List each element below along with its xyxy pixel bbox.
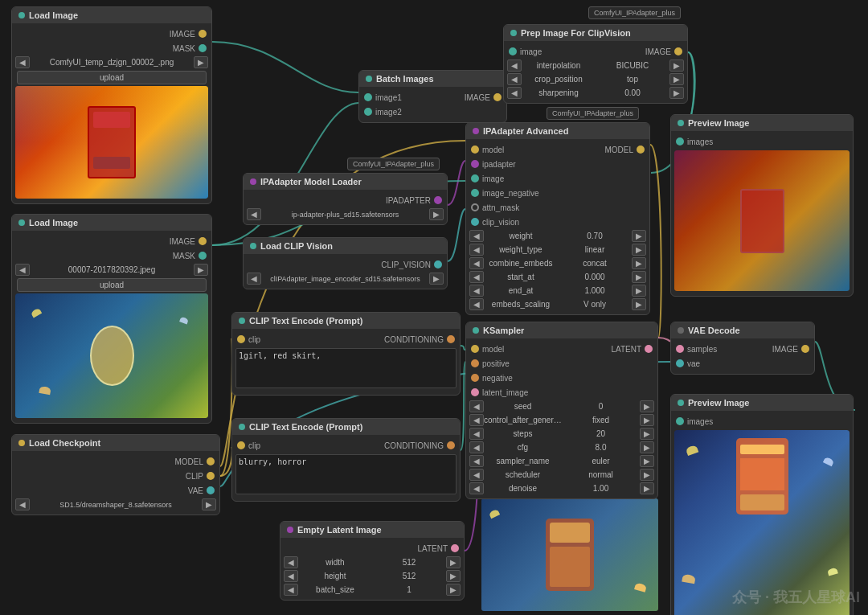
input-label-images: images (687, 417, 713, 426)
node-ksampler-header: KSampler (466, 322, 657, 338)
output-label-model: MODEL (604, 146, 633, 154)
socket-model-in (471, 345, 479, 353)
dot (366, 76, 372, 82)
next-btn[interactable]: ▶ (669, 87, 684, 99)
node-title: CLIP Text Encode (Prompt) (249, 316, 362, 326)
image-label: 00007-2017820392.jpeg (30, 265, 194, 274)
prev-btn[interactable]: ◀ (507, 73, 522, 85)
upload-btn[interactable]: upload (17, 71, 207, 84)
socket-images-in (676, 417, 684, 425)
node-preview-image-2: Preview Image images (670, 394, 854, 615)
socket-vae-out (207, 486, 215, 494)
socket-mask-out (199, 252, 207, 260)
socket-mask-out (199, 44, 207, 52)
prompt-textarea-2[interactable] (235, 454, 457, 494)
dot (678, 327, 684, 334)
socket-ipadapter-out (434, 196, 442, 204)
prev-btn[interactable]: ◀ (15, 56, 30, 68)
node-title: IPAdapter Advanced (483, 126, 568, 136)
next-btn[interactable]: ▶ (202, 498, 216, 510)
l: image_negative (482, 189, 539, 198)
input-label-clip: clip (248, 335, 260, 344)
ckpt-label: SD1.5/dreamshaper_8.safetensors (30, 501, 202, 509)
next-btn[interactable]: ▶ (194, 56, 208, 68)
socket-cond-out (447, 335, 455, 343)
output-label-image: IMAGE (645, 47, 671, 56)
node-load-checkpoint: Load Checkpoint MODEL CLIP VAE ◀ SD1.5/d… (11, 434, 220, 515)
node-vae-decode-header: VAE Decode (671, 322, 814, 338)
node-title: Load Checkpoint (29, 438, 100, 448)
cld-file-row: ◀ clIPAdapter_image_encoder_sd15.safeten… (244, 272, 447, 285)
node-vae-decode: VAE Decode samples IMAGE vae (670, 322, 815, 375)
crop-row: ◀ crop_position top ▶ (504, 72, 687, 86)
output-label-ipadapter: IPADAPTER (386, 196, 431, 205)
socket-cond-out (447, 441, 455, 449)
next-btn[interactable]: ▶ (669, 73, 684, 85)
output-label-model: MODEL (174, 457, 203, 466)
node-load-image-1-header: Load Image (12, 7, 211, 23)
next-btn[interactable]: ▶ (429, 273, 444, 285)
prev-btn[interactable]: ◀ (15, 264, 30, 276)
output-label-image: IMAGE (465, 93, 490, 102)
dot (250, 178, 256, 185)
dot (239, 318, 245, 324)
interp-label: interpolation (522, 61, 596, 70)
node-load-clip-vision: Load CLIP Vision CLIP_VISION ◀ clIPAdapt… (243, 237, 448, 289)
node-batch-images: Batch Images image1 IMAGE image2 (358, 70, 507, 123)
dot (239, 424, 245, 430)
output-label-mask: MASK (173, 44, 195, 53)
node-preview-image-1: Preview Image images (670, 114, 854, 297)
l: positive (482, 359, 510, 368)
node-empty-latent: Empty Latent Image LATENT ◀width512▶ ◀he… (280, 521, 465, 601)
ipadapter-file-row: ◀ ip-adapter-plus_sd15.safetensors ▶ (244, 207, 447, 221)
socket-clip-in (237, 441, 245, 449)
input-label-image2: image2 (375, 108, 402, 117)
next-btn[interactable]: ▶ (429, 208, 444, 220)
node-ipadapter-advanced-header: IPAdapter Advanced (466, 123, 649, 139)
socket-image-out (493, 93, 502, 101)
input-label-samples: samples (687, 345, 717, 354)
prev-btn[interactable]: ◀ (247, 208, 261, 220)
socket-latent-in (471, 388, 479, 396)
prev-btn[interactable]: ◀ (247, 273, 261, 285)
input-label-vae: vae (687, 359, 700, 368)
next-btn[interactable]: ▶ (669, 59, 684, 72)
socket-model-out (207, 457, 215, 465)
node-prep-image: Prep Image For ClipVision image IMAGE ◀ … (503, 24, 688, 104)
socket-model-in (471, 146, 479, 154)
input-label-images: images (687, 137, 713, 146)
socket-latent-out (451, 544, 459, 552)
prev-btn[interactable]: ◀ (507, 59, 522, 72)
node-prep-image-header: Prep Image For ClipVision (504, 25, 687, 41)
output-label-mask: MASK (173, 252, 195, 260)
prev-btn[interactable]: ◀ (15, 498, 30, 510)
next-btn[interactable]: ▶ (194, 264, 208, 276)
ksampler-output-preview (481, 498, 658, 611)
node-title: KSampler (483, 326, 524, 335)
node-clip-text-encode-1-header: CLIP Text Encode (Prompt) (232, 313, 460, 329)
prompt-textarea-1[interactable] (235, 348, 457, 388)
l: latent_image (482, 388, 528, 397)
preview-image-1-display (674, 150, 850, 291)
output-label-conditioning: CONDITIONING (384, 441, 444, 450)
node-title: Preview Image (688, 118, 749, 128)
input-label-image1: image1 (375, 93, 402, 102)
node-title: VAE Decode (688, 326, 740, 335)
node-title: CLIP Text Encode (Prompt) (249, 422, 362, 432)
socket-neg-in (471, 374, 479, 382)
output-label-vae: VAE (188, 486, 203, 495)
prev-btn[interactable]: ◀ (507, 87, 522, 99)
sharp-row: ◀ sharpening 0.00 ▶ (504, 86, 687, 100)
node-ipadapter-model-loader: IPAdapter Model Loader IPADAPTER ◀ ip-ad… (243, 173, 448, 225)
node-title: Load Image (29, 218, 78, 228)
node-batch-images-header: Batch Images (359, 71, 506, 87)
badge-ipadapter-plus-top: ComfyUI_IPAdapter_plus (588, 6, 681, 19)
dot (678, 400, 684, 406)
node-load-image-2: Load Image IMAGE MASK ◀ 00007-2017820392… (11, 214, 212, 424)
socket-pos-in (471, 359, 479, 367)
dot (18, 12, 25, 18)
socket-image-out (199, 30, 207, 38)
upload-btn[interactable]: upload (17, 278, 207, 292)
output-label-latent: LATENT (417, 544, 448, 553)
node-title: Preview Image (688, 398, 749, 408)
